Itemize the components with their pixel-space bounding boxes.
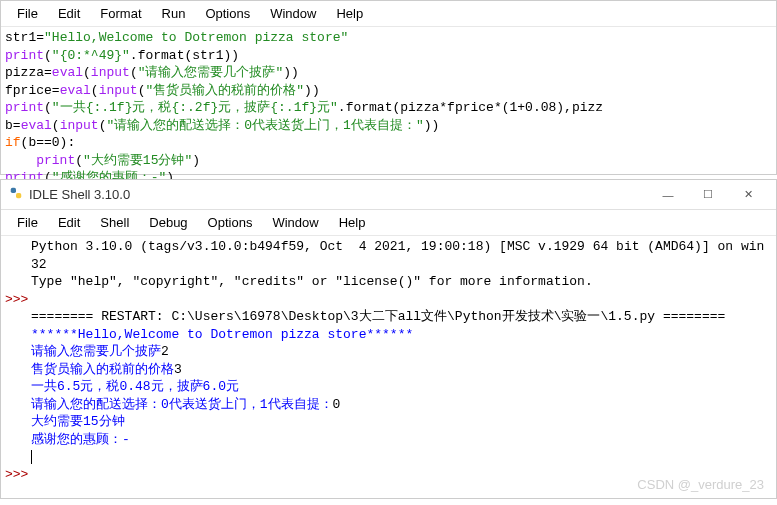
out-total: 一共6.5元，税0.48元，披萨6.0元: [31, 379, 239, 394]
shell-title: IDLE Shell 3.10.0: [29, 187, 648, 202]
restart-line: ======== RESTART: C:\Users\16978\Desktop…: [31, 309, 725, 324]
maximize-button[interactable]: ☐: [688, 188, 728, 201]
prompt: >>>: [5, 291, 31, 309]
in-2: 3: [174, 362, 182, 377]
menu-debug[interactable]: Debug: [139, 212, 197, 233]
prompt: >>>: [5, 466, 31, 484]
menu-window[interactable]: Window: [262, 212, 328, 233]
in-1: 2: [161, 344, 169, 359]
shell-titlebar[interactable]: IDLE Shell 3.10.0 — ☐ ✕: [1, 180, 776, 210]
cursor: [31, 450, 32, 464]
in-3: 0: [333, 397, 341, 412]
menu-edit[interactable]: Edit: [48, 3, 90, 24]
out-prompt3: 请输入您的配送选择：0代表送货上门，1代表自提：: [31, 397, 333, 412]
prompt-gutter: >>> >>>: [5, 238, 31, 483]
svg-rect-0: [11, 188, 16, 193]
python-icon: [9, 186, 23, 203]
menu-help[interactable]: Help: [326, 3, 373, 24]
shell-menubar: File Edit Shell Debug Options Window Hel…: [1, 210, 776, 236]
menu-file[interactable]: File: [7, 212, 48, 233]
shell-body[interactable]: >>> >>> Python 3.10.0 (tags/v3.10.0:b494…: [1, 236, 776, 485]
python-banner2: Type "help", "copyright", "credits" or "…: [31, 274, 593, 289]
svg-rect-1: [16, 193, 21, 198]
menu-edit[interactable]: Edit: [48, 212, 90, 233]
menu-window[interactable]: Window: [260, 3, 326, 24]
code-editor[interactable]: str1="Hello,Welcome to Dotremon pizza st…: [1, 27, 776, 189]
menu-format[interactable]: Format: [90, 3, 151, 24]
menu-run[interactable]: Run: [152, 3, 196, 24]
shell-window: IDLE Shell 3.10.0 — ☐ ✕ File Edit Shell …: [0, 179, 777, 499]
menu-options[interactable]: Options: [195, 3, 260, 24]
minimize-button[interactable]: —: [648, 189, 688, 201]
editor-menubar: File Edit Format Run Options Window Help: [1, 1, 776, 27]
shell-output: Python 3.10.0 (tags/v3.10.0:b494f59, Oct…: [31, 238, 772, 483]
menu-options[interactable]: Options: [198, 212, 263, 233]
menu-file[interactable]: File: [7, 3, 48, 24]
out-prompt1: 请输入您需要几个披萨: [31, 344, 161, 359]
out-thanks: 感谢您的惠顾：-: [31, 432, 130, 447]
python-banner: Python 3.10.0 (tags/v3.10.0:b494f59, Oct…: [31, 239, 764, 272]
out-time: 大约需要15分钟: [31, 414, 125, 429]
editor-window: File Edit Format Run Options Window Help…: [0, 0, 777, 175]
close-button[interactable]: ✕: [728, 188, 768, 201]
out-prompt2: 售货员输入的税前的价格: [31, 362, 174, 377]
menu-help[interactable]: Help: [329, 212, 376, 233]
out-welcome: ******Hello,Welcome to Dotremon pizza st…: [31, 327, 413, 342]
menu-shell[interactable]: Shell: [90, 212, 139, 233]
